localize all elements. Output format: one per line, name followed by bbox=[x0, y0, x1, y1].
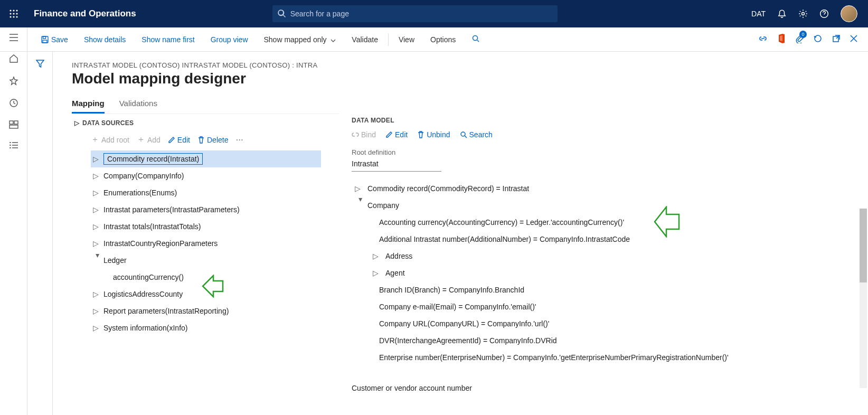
home-icon[interactable] bbox=[9, 54, 18, 65]
modules-icon[interactable] bbox=[9, 142, 18, 151]
trash-icon bbox=[197, 136, 205, 144]
attachment-badge: 0 bbox=[799, 31, 807, 38]
add-root-button: ＋Add root bbox=[91, 134, 129, 145]
bind-button: Bind bbox=[352, 130, 376, 139]
svg-rect-17 bbox=[10, 121, 13, 124]
data-model-tree: ▷Commodity record(CommodityRecord) = Int… bbox=[352, 180, 868, 365]
data-model-header: DATA MODEL bbox=[352, 117, 868, 124]
company-code[interactable]: DAT bbox=[751, 10, 766, 18]
data-sources-tree: ▷Commodity record(Intrastat) ▷Company(Co… bbox=[72, 150, 339, 336]
svg-point-8 bbox=[16, 16, 17, 17]
tree-item[interactable]: ▷Enumerations(Enums) bbox=[91, 184, 339, 201]
funnel-icon[interactable] bbox=[35, 59, 45, 415]
svg-rect-18 bbox=[14, 121, 18, 124]
svg-point-3 bbox=[10, 13, 11, 14]
dm-item-company[interactable]: ▸Company bbox=[352, 197, 862, 214]
svg-rect-13 bbox=[43, 40, 47, 43]
options-menu[interactable]: Options bbox=[422, 35, 464, 44]
app-launcher-icon[interactable] bbox=[0, 10, 27, 18]
star-icon[interactable] bbox=[9, 76, 18, 88]
dm-item[interactable]: ▷Agent bbox=[352, 265, 862, 281]
dm-item[interactable]: Branch ID(Branch) = CompanyInfo.BranchId bbox=[352, 281, 862, 298]
svg-point-9 bbox=[802, 13, 805, 15]
global-search[interactable] bbox=[272, 5, 558, 22]
show-details-button[interactable]: Show details bbox=[76, 35, 134, 44]
user-avatar[interactable] bbox=[841, 5, 857, 22]
link-icon bbox=[352, 131, 359, 138]
tree-item[interactable]: ▷Report parameters(IntrastatReporting) bbox=[91, 303, 339, 319]
tree-item[interactable]: ▷Intrastat totals(IntrastatTotals) bbox=[91, 218, 339, 235]
svg-point-2 bbox=[16, 10, 17, 11]
unbind-button[interactable]: Unbind bbox=[417, 130, 450, 139]
office-icon[interactable] bbox=[777, 34, 786, 45]
root-definition-value[interactable]: Intrastat bbox=[352, 157, 441, 172]
dm-item[interactable]: Additional Intrastat number(AdditionalNu… bbox=[352, 231, 862, 248]
tree-item[interactable]: ▷System information(xInfo) bbox=[91, 319, 339, 336]
bell-icon[interactable] bbox=[777, 9, 787, 18]
group-view-button[interactable]: Group view bbox=[203, 35, 256, 44]
svg-point-5 bbox=[16, 13, 17, 14]
root-definition-label: Root definition bbox=[352, 148, 868, 156]
workspace-icon[interactable] bbox=[9, 120, 18, 131]
tree-item-ledger[interactable]: ▸Ledger bbox=[91, 252, 339, 269]
tab-mapping[interactable]: Mapping bbox=[72, 99, 105, 114]
tree-item-commodity-record[interactable]: ▷Commodity record(Intrastat) bbox=[91, 150, 321, 167]
trash-icon bbox=[417, 131, 424, 138]
clock-icon[interactable] bbox=[9, 98, 18, 110]
show-mapped-only-dropdown[interactable]: Show mapped only bbox=[256, 35, 344, 44]
delete-button[interactable]: Delete bbox=[197, 136, 228, 144]
tab-validations[interactable]: Validations bbox=[119, 99, 157, 114]
hamburger-icon[interactable] bbox=[9, 34, 18, 43]
close-icon[interactable] bbox=[850, 35, 857, 44]
pencil-icon bbox=[385, 131, 393, 138]
edit-button[interactable]: Edit bbox=[168, 136, 190, 144]
search-icon bbox=[278, 10, 286, 18]
popout-icon[interactable] bbox=[832, 34, 841, 44]
find-icon[interactable] bbox=[464, 34, 488, 44]
page-title: Model mapping designer bbox=[72, 70, 868, 87]
global-header: Finance and Operations DAT bbox=[0, 0, 868, 27]
svg-point-4 bbox=[13, 13, 14, 14]
data-sources-header[interactable]: ▷ DATA SOURCES bbox=[72, 114, 339, 131]
svg-point-14 bbox=[473, 36, 478, 41]
dm-item[interactable]: ▷Address bbox=[352, 248, 862, 265]
svg-point-0 bbox=[10, 10, 11, 11]
tree-item[interactable]: ▷IntrastatCountryRegionParameters bbox=[91, 235, 339, 252]
tree-item[interactable]: ▷Company(CompanyInfo) bbox=[91, 167, 339, 184]
dm-item[interactable]: Accounting currency(AccountingCurrency) … bbox=[352, 214, 862, 231]
pencil-icon bbox=[168, 136, 175, 144]
help-icon[interactable] bbox=[819, 9, 829, 18]
command-bar: Save Show details Show name first Group … bbox=[0, 27, 868, 52]
dm-item[interactable]: Company e-mail(Email) = CompanyInfo.'ema… bbox=[352, 298, 862, 315]
status-footer: Customer or vendor account number bbox=[352, 384, 868, 392]
dm-edit-button[interactable]: Edit bbox=[385, 130, 408, 139]
scrollbar[interactable] bbox=[860, 209, 867, 388]
save-button[interactable]: Save bbox=[33, 35, 76, 44]
search-input[interactable] bbox=[286, 10, 552, 18]
dm-item[interactable]: ▷Commodity record(CommodityRecord) = Int… bbox=[352, 180, 862, 197]
more-icon[interactable]: ··· bbox=[235, 135, 243, 145]
tree-item[interactable]: ▷LogisticsAddressCounty bbox=[91, 286, 339, 303]
svg-point-7 bbox=[13, 16, 14, 17]
app-title: Finance and Operations bbox=[27, 8, 136, 19]
svg-point-6 bbox=[10, 16, 11, 17]
dm-item[interactable]: Enterprise number(EnterpriseNumber) = Co… bbox=[352, 349, 862, 365]
dm-item[interactable]: DVR(InterchangeAgreementId) = CompanyInf… bbox=[352, 332, 862, 349]
search-icon bbox=[460, 131, 467, 138]
svg-rect-19 bbox=[10, 125, 18, 128]
show-name-first-button[interactable]: Show name first bbox=[134, 35, 202, 44]
dm-item[interactable]: Company URL(CompanyURL) = CompanyInfo.'u… bbox=[352, 315, 862, 332]
view-menu[interactable]: View bbox=[391, 35, 422, 44]
tree-item[interactable]: ▷Intrastat parameters(IntrastatParameter… bbox=[91, 201, 339, 218]
breadcrumb: INTRASTAT MODEL (CONTOSO) INTRASTAT MODE… bbox=[72, 61, 868, 69]
tree-item-accounting-currency[interactable]: accountingCurrency() bbox=[91, 269, 339, 286]
link-icon[interactable] bbox=[758, 35, 768, 44]
attachment-icon[interactable]: 0 bbox=[795, 34, 804, 45]
left-nav-rail bbox=[0, 27, 27, 415]
refresh-icon[interactable] bbox=[813, 34, 823, 45]
dm-search-button[interactable]: Search bbox=[460, 130, 493, 139]
validate-button[interactable]: Validate bbox=[344, 35, 386, 44]
tab-strip: Mapping Validations bbox=[72, 99, 868, 114]
gear-icon[interactable] bbox=[798, 9, 808, 18]
add-button: ＋Add bbox=[137, 134, 161, 145]
